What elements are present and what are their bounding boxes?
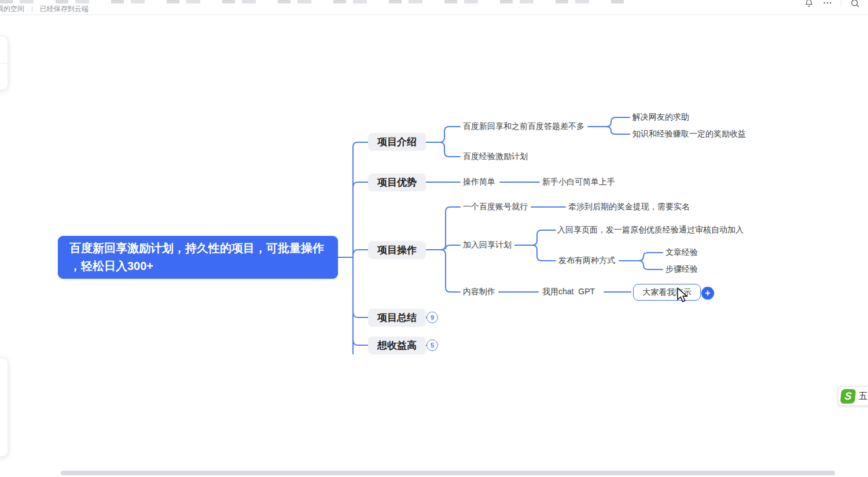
clipped-toolbar-row — [0, 0, 631, 3]
node-advantage[interactable]: 项目优势 — [368, 173, 426, 191]
node-article-exp[interactable]: 文章经验 — [665, 247, 698, 258]
node-one-account[interactable]: 一个百度账号就行 — [463, 202, 528, 212]
input-method-bar[interactable]: S 五 — [838, 386, 868, 406]
node-demo-selected[interactable]: 大家看我演示 — [633, 284, 701, 301]
left-toolbar — [0, 36, 8, 90]
node-two-methods[interactable]: 发布有两种方式 — [558, 256, 615, 266]
topbar-divider — [841, 0, 841, 7]
ime-mode-label: 五 — [859, 391, 867, 402]
zoom-out-button[interactable] — [0, 395, 8, 396]
node-help-netizens[interactable]: 解决网友的求助 — [632, 112, 689, 123]
bell-icon[interactable] — [804, 0, 814, 8]
outline-button[interactable] — [0, 36, 8, 63]
root-node[interactable]: 百度新回享激励计划，持久性的项目，可批量操作，轻松日入300+ — [58, 236, 338, 279]
layers-button[interactable] — [0, 412, 8, 419]
node-beginner-friendly[interactable]: 新手小白可简单上手 — [542, 177, 615, 187]
add-child-button[interactable]: + — [701, 287, 714, 299]
node-operation[interactable]: 项目操作 — [368, 241, 426, 259]
sogou-icon: S — [840, 389, 856, 404]
save-status: 已经保存到云端 — [40, 4, 89, 14]
node-income[interactable]: 想收益高 — [368, 337, 426, 354]
node-step-exp[interactable]: 步骤经验 — [665, 264, 698, 275]
workspace-link[interactable]: 我的空间 — [0, 4, 24, 14]
node-summary[interactable]: 项目总结 — [368, 309, 426, 327]
topbar-actions — [804, 0, 860, 8]
node-join-plan[interactable]: 加入回享计划 — [463, 240, 512, 250]
node-earn-rewards[interactable]: 知识和经验赚取一定的奖励收益 — [632, 129, 746, 139]
collapsed-badge-summary[interactable]: 9 — [426, 312, 438, 323]
collapsed-badge-income[interactable]: 5 — [426, 339, 438, 351]
more-icon[interactable] — [822, 0, 833, 8]
structure-button[interactable] — [0, 63, 8, 90]
zoom-toolbar: % — [0, 357, 8, 457]
node-chatgpt[interactable]: 我用chat GPT — [542, 287, 595, 297]
breadcrumb: 我的空间 | 已经保存到云端 — [0, 4, 89, 13]
horizontal-scrollbar[interactable] — [61, 471, 835, 475]
node-content-creation[interactable]: 内容制作 — [463, 287, 495, 297]
breadcrumb-separator: | — [31, 5, 33, 12]
zoom-level-label[interactable]: % — [0, 434, 8, 442]
node-intro-child2[interactable]: 百度经验激励计划 — [463, 151, 528, 162]
top-bar: 我的空间 | 已经保存到云端 — [0, 0, 868, 15]
node-real-name[interactable]: 牵涉到后期的奖金提现，需要实名 — [568, 202, 690, 212]
locate-button[interactable] — [0, 372, 8, 379]
node-join-detail[interactable]: 入回享页面，发一篇原创优质经验通过审核自动加入 — [557, 225, 744, 235]
node-intro[interactable]: 项目介绍 — [368, 133, 426, 151]
search-icon[interactable] — [849, 0, 860, 8]
node-intro-child1[interactable]: 百度新回享和之前百度答题差不多 — [463, 121, 584, 132]
node-easy-operation[interactable]: 操作简单 — [463, 177, 495, 187]
